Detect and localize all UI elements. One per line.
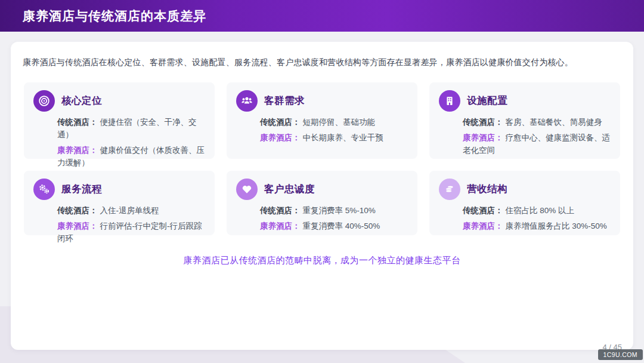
traditional-line: 传统酒店：便捷住宿（安全、干净、交通） — [57, 116, 205, 141]
traditional-line: 传统酒店：入住-退房单线程 — [57, 205, 205, 217]
card-service-process: 服务流程 传统酒店：入住-退房单线程 康养酒店：行前评估-行中定制-行后跟踪闭环 — [24, 171, 215, 235]
card-header: 营收结构 — [439, 179, 611, 200]
watermark-badge: 1C9U.COM — [598, 349, 643, 360]
heart-icon — [236, 179, 258, 200]
wellness-line: 康养酒店：健康价值交付（体质改善、压力缓解） — [57, 144, 205, 170]
wellness-line: 康养酒店：重复消费率 40%-50% — [260, 220, 408, 233]
traditional-line: 传统酒店：住宿占比 80% 以上 — [463, 205, 611, 217]
card-body: 传统酒店：住宿占比 80% 以上 康养酒店：康养增值服务占比 30%-50% — [463, 205, 611, 233]
card-title: 营收结构 — [467, 183, 507, 196]
intro-paragraph: 康养酒店与传统酒店在核心定位、客群需求、设施配置、服务流程、客户忠诚度和营收结构… — [23, 57, 620, 68]
card-title: 核心定位 — [61, 94, 102, 107]
card-body: 传统酒店：客房、基础餐饮、简易健身 康养酒店：疗愈中心、健康监测设备、适老化空间 — [463, 116, 611, 157]
card-header: 客户忠诚度 — [236, 179, 408, 200]
slide-header: 康养酒店与传统酒店的本质差异 — [0, 0, 644, 32]
card-body: 传统酒店：入住-退房单线程 康养酒店：行前评估-行中定制-行后跟踪闭环 — [57, 205, 205, 245]
page-title: 康养酒店与传统酒店的本质差异 — [23, 8, 206, 24]
conclusion-statement: 康养酒店已从传统酒店的范畴中脱离，成为一个独立的健康生态平台 — [11, 255, 633, 266]
card-header: 服务流程 — [33, 179, 205, 200]
card-body: 传统酒店：重复消费率 5%-10% 康养酒店：重复消费率 40%-50% — [260, 205, 408, 233]
card-revenue-structure: 营收结构 传统酒店：住宿占比 80% 以上 康养酒店：康养增值服务占比 30%-… — [429, 171, 620, 235]
card-core-positioning: 核心定位 传统酒店：便捷住宿（安全、干净、交通） 康养酒店：健康价值交付（体质改… — [24, 82, 215, 159]
wellness-line: 康养酒店：行前评估-行中定制-行后跟踪闭环 — [57, 220, 205, 245]
card-facilities: 设施配置 传统酒店：客房、基础餐饮、简易健身 康养酒店：疗愈中心、健康监测设备、… — [429, 82, 620, 159]
card-title: 设施配置 — [467, 94, 507, 107]
card-body: 传统酒店：短期停留、基础功能 康养酒店：中长期康养、专业干预 — [260, 116, 408, 144]
wellness-line: 康养酒店：中长期康养、专业干预 — [260, 132, 408, 144]
target-icon — [33, 90, 55, 112]
card-title: 客户忠诚度 — [264, 183, 315, 196]
building-icon — [439, 90, 460, 112]
gears-icon — [33, 179, 55, 200]
traditional-line: 传统酒店：客房、基础餐饮、简易健身 — [463, 116, 611, 129]
card-title: 服务流程 — [61, 183, 102, 196]
cards-grid: 核心定位 传统酒店：便捷住宿（安全、干净、交通） 康养酒店：健康价值交付（体质改… — [24, 82, 620, 235]
traditional-line: 传统酒店：短期停留、基础功能 — [260, 116, 408, 129]
users-icon — [236, 90, 258, 112]
card-header: 设施配置 — [439, 90, 611, 112]
card-customer-loyalty: 客户忠诚度 传统酒店：重复消费率 5%-10% 康养酒店：重复消费率 40%-5… — [227, 171, 417, 235]
card-customer-needs: 客群需求 传统酒店：短期停留、基础功能 康养酒店：中长期康养、专业干预 — [227, 82, 417, 159]
card-header: 客群需求 — [236, 90, 408, 112]
coins-icon — [439, 179, 460, 200]
card-header: 核心定位 — [33, 90, 205, 112]
wellness-line: 康养酒店：疗愈中心、健康监测设备、适老化空间 — [463, 132, 611, 157]
traditional-line: 传统酒店：重复消费率 5%-10% — [260, 205, 408, 217]
content-panel: 康养酒店与传统酒店在核心定位、客群需求、设施配置、服务流程、客户忠诚度和营收结构… — [11, 42, 633, 350]
card-title: 客群需求 — [264, 94, 305, 107]
wellness-line: 康养酒店：康养增值服务占比 30%-50% — [463, 220, 611, 233]
card-body: 传统酒店：便捷住宿（安全、干净、交通） 康养酒店：健康价值交付（体质改善、压力缓… — [57, 116, 205, 170]
